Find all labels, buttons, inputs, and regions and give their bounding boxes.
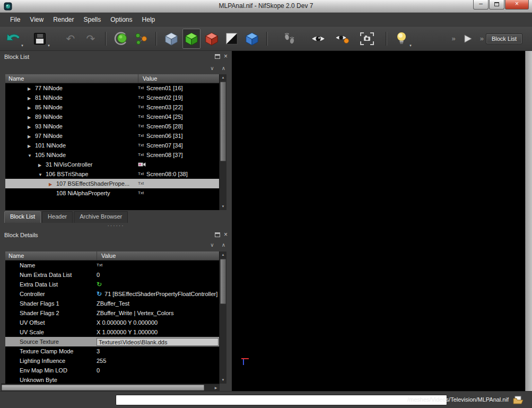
- blue-cube-icon: [245, 31, 259, 46]
- tree-row-93-ninode[interactable]: ▶93 NiNode TxtScreen05 [28]: [5, 121, 219, 131]
- detail-row-num-extra-data-list[interactable]: Num Extra Data List 0: [5, 270, 219, 280]
- scroll-right-icon[interactable]: ▶: [212, 384, 220, 392]
- menu-render[interactable]: Render: [48, 14, 79, 25]
- save-icon: [34, 33, 46, 45]
- column-header-name[interactable]: Name: [8, 75, 24, 82]
- txt-icon: Txt: [138, 169, 144, 179]
- close-button[interactable]: ×: [505, 0, 529, 10]
- axis-gizmo: [241, 355, 252, 366]
- block-value: Screen02 [19]: [146, 93, 183, 102]
- render-viewport[interactable]: [232, 51, 525, 391]
- toolbar-separator: [386, 32, 387, 46]
- undo-button[interactable]: ↶: [62, 29, 80, 49]
- detail-row-name[interactable]: Name Txt: [5, 261, 219, 270]
- scroll-up-icon[interactable]: ▲: [220, 74, 226, 81]
- cube-steel-button[interactable]: [162, 29, 180, 49]
- scroll-up-icon[interactable]: ▲: [220, 251, 226, 258]
- collapse-all-button[interactable]: ∨: [210, 242, 214, 248]
- minimize-button[interactable]: –: [473, 0, 489, 10]
- block-name: 101 NiNode: [35, 142, 66, 149]
- play-animation-button[interactable]: [459, 29, 477, 49]
- block-list-toolbar-button[interactable]: Block List: [486, 33, 522, 44]
- menu-file[interactable]: File: [5, 14, 25, 25]
- dock-close-button[interactable]: ×: [224, 54, 228, 59]
- column-header-value[interactable]: Value: [97, 251, 116, 260]
- detail-row-uv-scale[interactable]: UV Scale X 1.000000 Y 1.000000: [5, 327, 219, 337]
- footprints-button[interactable]: [281, 29, 299, 49]
- save-button[interactable]: ▼: [31, 29, 49, 49]
- tree-row-107-bseffectshaderproperty[interactable]: ▶107 BSEffectShaderPrope... Txt: [5, 179, 219, 188]
- block-details-scrollbar[interactable]: ▲ ▼: [219, 251, 226, 384]
- tree-row-85-ninode[interactable]: ▶85 NiNode TxtScreen03 [22]: [5, 102, 219, 112]
- column-header-value[interactable]: Value: [138, 74, 157, 83]
- scroll-down-icon[interactable]: ▼: [220, 377, 226, 384]
- tree-row-97-ninode[interactable]: ▶97 NiNode TxtScreen06 [31]: [5, 131, 219, 141]
- cube-blue-button[interactable]: [243, 29, 261, 49]
- tree-row-101-ninode[interactable]: ▶101 NiNode TxtScreen07 [34]: [5, 141, 219, 150]
- detail-row-shader-flags-2[interactable]: Shader Flags 2 ZBuffer_Write | Vertex_Co…: [5, 308, 219, 318]
- menu-spells[interactable]: Spells: [79, 14, 106, 25]
- dropdown-caret-icon[interactable]: ▼: [409, 44, 412, 47]
- detail-row-env-map-min-lod[interactable]: Env Map Min LOD 0: [5, 366, 219, 375]
- dropdown-caret-icon[interactable]: ▼: [47, 44, 50, 47]
- tree-row-89-ninode[interactable]: ▶89 NiNode TxtScreen04 [25]: [5, 112, 219, 121]
- tree-row-31-niviscontroller[interactable]: ▶31 NiVisController: [5, 160, 219, 169]
- block-details-hscrollbar[interactable]: ▶: [1, 384, 220, 391]
- menu-help[interactable]: Help: [137, 14, 160, 25]
- shade-mode-button[interactable]: [223, 29, 241, 49]
- detail-row-unknown-byte[interactable]: Unknown Byte: [5, 375, 219, 384]
- overflow-chevron-icon[interactable]: »: [449, 34, 457, 42]
- collapse-all-button[interactable]: ∨: [210, 65, 214, 71]
- tree-row-106-bstrishape[interactable]: ▼106 BSTriShape TxtScreen08:0 [38]: [5, 169, 219, 179]
- block-name: 31 NiVisController: [46, 161, 92, 168]
- detail-row-uv-offset[interactable]: UV Offset X 0.000000 Y 0.000000: [5, 318, 219, 327]
- texture-path-editor[interactable]: Textures\Videos\Blank.dds: [97, 338, 219, 346]
- detail-row-lighting-influence[interactable]: Lighting Influence 255: [5, 356, 219, 366]
- status-input[interactable]: [116, 395, 447, 405]
- light-button[interactable]: ▼: [393, 29, 411, 49]
- scroll-down-icon[interactable]: ▼: [220, 203, 226, 210]
- detail-row-source-texture[interactable]: Source Texture Textures\Videos\Blank.dds: [5, 337, 219, 346]
- load-button[interactable]: ▼: [4, 29, 22, 49]
- cube-red-button[interactable]: [203, 29, 221, 49]
- cube-green-button[interactable]: [182, 29, 200, 49]
- scrollbar-thumb[interactable]: [220, 82, 226, 161]
- folder-icon[interactable]: [513, 396, 524, 406]
- dock-float-button[interactable]: [215, 232, 220, 237]
- dock-float-button[interactable]: [215, 54, 220, 59]
- maximize-button[interactable]: [489, 0, 504, 10]
- dock-close-button[interactable]: ×: [224, 232, 228, 237]
- dock-splitter-handle[interactable]: ······: [0, 223, 232, 229]
- block-value: Screen04 [25]: [146, 112, 183, 121]
- block-list-scrollbar[interactable]: ▲ ▼: [219, 74, 226, 210]
- highlight-button[interactable]: [334, 29, 352, 49]
- menu-options[interactable]: Options: [106, 14, 137, 25]
- block-details-rows: Name Txt Num Extra Data List 0 Extra Dat…: [5, 261, 219, 384]
- tree-row-81-ninode[interactable]: ▶81 NiNode TxtScreen02 [19]: [5, 93, 219, 102]
- tab-header[interactable]: Header: [42, 211, 73, 223]
- node-graph-button[interactable]: [132, 29, 150, 49]
- detail-row-shader-flags-1[interactable]: Shader Flags 1 ZBuffer_Test: [5, 299, 219, 308]
- overflow-chevron-icon[interactable]: »: [478, 34, 486, 42]
- dropdown-caret-icon[interactable]: ▼: [21, 44, 24, 47]
- sphere-button[interactable]: [112, 29, 130, 49]
- menu-view[interactable]: View: [25, 14, 48, 25]
- detail-row-controller[interactable]: Controller ↻71 [BSEffectShaderPropertyFl…: [5, 289, 219, 299]
- viewport-scrollbar[interactable]: [525, 51, 532, 391]
- tree-row-105-ninode[interactable]: ▼105 NiNode TxtScreen08 [37]: [5, 150, 219, 160]
- screenshot-button[interactable]: [358, 29, 376, 49]
- tab-block-list[interactable]: Block List: [4, 211, 41, 223]
- redo-button[interactable]: ↷: [82, 29, 100, 49]
- tree-row-77-ninode[interactable]: ▶77 NiNode TxtScreen01 [16]: [5, 83, 219, 93]
- expand-all-button[interactable]: ∧: [222, 65, 225, 71]
- detail-row-extra-data-list[interactable]: Extra Data List ↻: [5, 280, 219, 289]
- column-header-name[interactable]: Name: [8, 253, 24, 259]
- scrollbar-thumb[interactable]: [220, 259, 226, 304]
- tree-row-108-nialphaproperty[interactable]: 108 NiAlphaProperty Txt: [5, 188, 219, 198]
- block-details-dock-buttons: ×: [215, 232, 228, 237]
- hscrollbar-thumb[interactable]: [2, 385, 204, 390]
- tab-archive-browser[interactable]: Archive Browser: [74, 211, 128, 223]
- show-nodes-button[interactable]: [309, 29, 327, 49]
- detail-row-texture-clamp-mode[interactable]: Texture Clamp Mode 3: [5, 346, 219, 356]
- expand-all-button[interactable]: ∧: [222, 242, 225, 248]
